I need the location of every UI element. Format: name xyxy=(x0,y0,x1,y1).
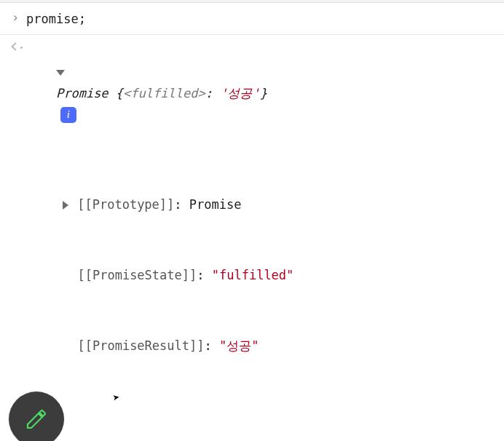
edit-fab-button[interactable] xyxy=(9,392,64,441)
console-input-row[interactable]: › promise; xyxy=(0,3,504,35)
input-code: promise; xyxy=(26,7,504,30)
prototype-row[interactable]: [[Prototype]]: Promise xyxy=(63,193,504,216)
pencil-icon xyxy=(25,408,48,431)
console-output-row[interactable]: Promise {<fulfilled>: '성공'} i [[Prototyp… xyxy=(0,35,504,441)
input-marker: › xyxy=(4,7,26,25)
expand-toggle-icon[interactable] xyxy=(63,201,68,210)
output-object: Promise {<fulfilled>: '성공'} i [[Prototyp… xyxy=(26,39,504,441)
info-icon[interactable]: i xyxy=(60,107,76,123)
object-properties: [[Prototype]]: Promise [[PromiseState]]:… xyxy=(26,146,504,404)
output-marker xyxy=(4,39,26,49)
promise-state-row: [[PromiseState]]: "fulfilled" xyxy=(63,263,504,287)
object-type: Promise xyxy=(56,86,109,100)
fulfilled-label: <fulfilled> xyxy=(123,86,205,100)
promise-value: '성공' xyxy=(220,86,259,100)
promise-result-row: [[PromiseResult]]: "성공" xyxy=(63,334,504,357)
expand-toggle-icon[interactable] xyxy=(56,70,65,76)
